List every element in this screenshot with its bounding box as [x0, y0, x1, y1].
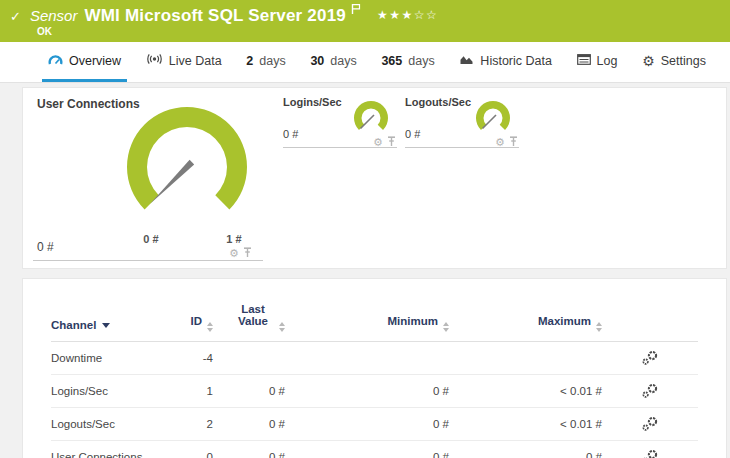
channel-id: -4 — [169, 352, 213, 364]
column-header-channel[interactable]: Channel — [51, 319, 169, 331]
channel-maximum: < 0.01 # — [449, 385, 602, 397]
gauge-needle — [150, 160, 194, 204]
tab-2-days-number: 2 — [246, 54, 253, 68]
channel-name[interactable]: Logouts/Sec — [51, 418, 169, 430]
channel-header-label: Channel — [51, 319, 96, 331]
tab-overview-label: Overview — [69, 54, 121, 68]
gauge-title-logins: Logins/Sec — [283, 96, 342, 108]
gauge-icon — [48, 53, 63, 69]
channel-last-value: 0 # — [213, 418, 285, 430]
gauge-current-value: 0 # — [37, 240, 54, 254]
last-value-header-label: Last Value — [232, 303, 274, 327]
table-row[interactable]: Logins/Sec 1 0 # 0 # < 0.01 # — [51, 375, 698, 408]
pin-icon[interactable] — [509, 133, 518, 151]
channel-id: 0 — [169, 451, 213, 458]
area-chart-icon — [459, 53, 474, 68]
object-kind-label: Sensor — [30, 7, 78, 24]
tab-365-days[interactable]: 365 days — [375, 42, 440, 82]
channel-name[interactable]: User Connections — [51, 451, 169, 458]
gauge-title-logouts: Logouts/Sec — [405, 96, 471, 108]
broadcast-icon — [146, 53, 163, 68]
tab-historic-data[interactable]: Historic Data — [453, 42, 558, 82]
sort-toggle-icon[interactable] — [596, 322, 602, 332]
stars-filled[interactable]: ★★★ — [377, 8, 414, 22]
tab-bar: Overview Live Data 2 days 30 days 365 da… — [0, 42, 730, 83]
log-list-icon — [577, 54, 591, 68]
channel-settings-icon[interactable] — [602, 383, 698, 399]
page-title: WMI Microsoft SQL Server 2019 — [84, 6, 346, 26]
table-row[interactable]: User Connections 0 0 # 0 # 0 # — [51, 441, 698, 458]
divider — [283, 147, 397, 148]
channel-maximum: < 0.01 # — [449, 418, 602, 430]
sort-toggle-icon[interactable] — [279, 322, 285, 332]
channel-settings-icon[interactable] — [602, 449, 698, 458]
minimum-header-label: Minimum — [388, 315, 438, 327]
sort-toggle-icon[interactable] — [207, 322, 213, 332]
tab-30-days-number: 30 — [310, 54, 324, 68]
channel-id: 2 — [169, 418, 213, 430]
logins-value: 0 # — [283, 128, 298, 140]
gauge-needle — [483, 115, 497, 129]
channel-last-value: 0 # — [213, 385, 285, 397]
column-header-maximum[interactable]: Maximum — [449, 315, 602, 331]
gauge-actions: ⚙ — [495, 133, 518, 151]
id-header-label: ID — [191, 315, 203, 327]
logouts-value: 0 # — [405, 128, 420, 140]
gear-icon[interactable]: ⚙ — [495, 137, 505, 148]
tab-2-days[interactable]: 2 days — [240, 42, 291, 82]
channel-settings-icon[interactable] — [602, 416, 698, 432]
channel-minimum: 0 # — [285, 418, 449, 430]
pin-icon[interactable] — [387, 133, 396, 151]
tab-2-days-label: days — [259, 54, 285, 68]
channel-name[interactable]: Downtime — [51, 352, 169, 364]
tab-log[interactable]: Log — [571, 42, 624, 82]
tab-30-days-label: days — [330, 54, 356, 68]
tab-365-days-number: 365 — [381, 54, 402, 68]
tab-30-days[interactable]: 30 days — [304, 42, 362, 82]
user-connections-gauge — [107, 104, 267, 220]
sort-desc-icon — [102, 323, 110, 328]
tab-live-data[interactable]: Live Data — [140, 42, 228, 82]
gauge-scale-min: 0 # — [143, 233, 158, 245]
tab-historic-data-label: Historic Data — [480, 54, 552, 68]
channels-table-panel: Channel ID Last Value Minimum Maximum Do… — [22, 278, 727, 458]
tab-settings[interactable]: ⚙ Settings — [636, 42, 712, 82]
table-row[interactable]: Downtime -4 — [51, 342, 698, 375]
channel-minimum: 0 # — [285, 451, 449, 458]
tab-365-days-label: days — [408, 54, 434, 68]
gear-icon: ⚙ — [642, 54, 655, 68]
channel-id: 1 — [169, 385, 213, 397]
column-header-last-value[interactable]: Last Value — [213, 303, 285, 331]
gauges-panel: User Connections 0 # 1 # 0 # ⚙ Logins/Se… — [22, 87, 727, 269]
channel-maximum: 0 # — [449, 451, 602, 458]
divider — [33, 260, 263, 261]
divider — [405, 147, 519, 148]
gauge-needle — [361, 115, 375, 129]
table-row[interactable]: Logouts/Sec 2 0 # 0 # < 0.01 # — [51, 408, 698, 441]
tab-live-data-label: Live Data — [169, 54, 222, 68]
column-header-minimum[interactable]: Minimum — [285, 315, 449, 331]
channel-minimum: 0 # — [285, 385, 449, 397]
tab-log-label: Log — [597, 54, 618, 68]
maximum-header-label: Maximum — [538, 315, 591, 327]
table-header-row: Channel ID Last Value Minimum Maximum — [51, 297, 698, 342]
gear-icon[interactable]: ⚙ — [229, 248, 239, 259]
stars-empty[interactable]: ☆☆ — [414, 8, 439, 22]
priority-flag-icon[interactable] — [351, 1, 361, 19]
tab-settings-label: Settings — [661, 54, 706, 68]
sensor-status-bar: ✓ Sensor WMI Microsoft SQL Server 2019 ★… — [0, 0, 730, 42]
channel-name[interactable]: Logins/Sec — [51, 385, 169, 397]
tab-overview[interactable]: Overview — [42, 42, 127, 82]
gauge-actions: ⚙ — [373, 133, 396, 151]
column-header-id[interactable]: ID — [169, 315, 213, 331]
gear-icon[interactable]: ⚙ — [373, 137, 383, 148]
channel-last-value: 0 # — [213, 451, 285, 458]
status-badge: OK — [37, 26, 52, 37]
status-ok-check-icon: ✓ — [10, 9, 21, 24]
channel-settings-icon[interactable] — [602, 350, 698, 366]
priority-stars[interactable]: ★★★☆☆ — [377, 8, 438, 22]
sort-toggle-icon[interactable] — [443, 322, 449, 332]
main-content: User Connections 0 # 1 # 0 # ⚙ Logins/Se… — [0, 83, 730, 458]
